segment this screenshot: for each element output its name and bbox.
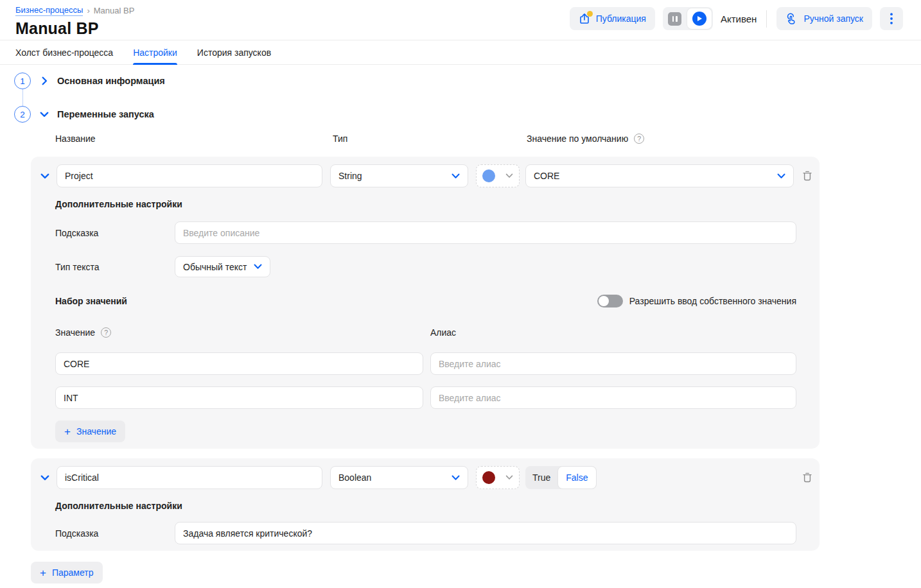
- alias-column-header: Алиас: [430, 327, 456, 338]
- collapse-chevron-icon[interactable]: [37, 171, 53, 180]
- param-type-value: String: [338, 171, 362, 181]
- pause-option[interactable]: [663, 12, 687, 26]
- step-2-title[interactable]: Переменные запуска: [57, 109, 154, 119]
- help-icon[interactable]: ?: [634, 134, 644, 144]
- param-type-select[interactable]: Boolean: [330, 466, 468, 489]
- manual-run-button-label: Ручной запуск: [803, 13, 863, 24]
- param-color-select[interactable]: [476, 164, 520, 187]
- text-type-select[interactable]: Обычный текст: [175, 256, 270, 277]
- param-name-input[interactable]: [57, 466, 322, 489]
- value-input[interactable]: [55, 386, 423, 409]
- kebab-menu-icon: [890, 13, 893, 24]
- hint-field-row: Подсказка: [55, 221, 796, 244]
- param-row: String CORE: [31, 157, 820, 187]
- tab-history[interactable]: История запусков: [197, 40, 271, 64]
- status-label: Активен: [721, 13, 757, 24]
- color-swatch: [482, 169, 495, 182]
- step-connector-line: [22, 89, 24, 106]
- text-type-value: Обычный текст: [183, 262, 247, 272]
- param-card-iscritical: Boolean True False Доп: [31, 458, 820, 551]
- chevron-right-icon[interactable]: [40, 76, 49, 85]
- chevron-down-icon: [452, 173, 460, 179]
- step-1-title[interactable]: Основная информация: [57, 76, 165, 86]
- collapse-chevron-icon[interactable]: [37, 473, 53, 482]
- breadcrumb-root-link[interactable]: Бизнес-процессы: [15, 5, 83, 16]
- help-icon[interactable]: ?: [101, 327, 111, 338]
- alias-input[interactable]: [430, 386, 796, 409]
- header-left: Бизнес-процессы › Manual BP Manual BP: [15, 5, 134, 38]
- chevron-down-icon: [505, 173, 513, 178]
- breadcrumb-separator-icon: ›: [87, 6, 89, 15]
- publish-button[interactable]: Публикация: [570, 7, 655, 30]
- param-default-select[interactable]: CORE: [525, 164, 794, 187]
- value-row: [55, 386, 796, 409]
- values-grid-headers: Значение ? Алиас: [55, 327, 796, 338]
- hint-field-row: Подсказка: [55, 522, 796, 544]
- text-type-label: Тип текста: [55, 262, 175, 272]
- chevron-down-icon[interactable]: [40, 110, 49, 119]
- play-option[interactable]: [687, 8, 712, 29]
- bool-false-option[interactable]: False: [557, 466, 596, 489]
- publish-icon: [579, 13, 590, 24]
- param-color-select[interactable]: [476, 466, 520, 489]
- param-card-body: Дополнительные настройки Подсказка: [55, 501, 796, 544]
- step-basic-info: 1 Основная информация: [14, 73, 906, 89]
- page-header: Бизнес-процессы › Manual BP Manual BP Пу…: [0, 0, 921, 40]
- column-type-label: Тип: [333, 134, 527, 144]
- add-value-button[interactable]: + Значение: [55, 420, 125, 442]
- hand-click-icon: [785, 13, 798, 25]
- settings-content: 1 Основная информация 2 Переменные запус…: [0, 65, 921, 584]
- allow-custom-label: Разрешить ввод собственного значения: [629, 296, 796, 306]
- step-run-variables: 2 Переменные запуска: [14, 106, 906, 123]
- param-type-select[interactable]: String: [330, 164, 468, 187]
- param-default-value: CORE: [534, 171, 559, 181]
- add-parameter-button-label: Параметр: [52, 567, 94, 578]
- tab-canvas[interactable]: Холст бизнес-процесса: [15, 40, 113, 64]
- header-divider: [766, 10, 767, 28]
- values-set-title: Набор значений: [55, 296, 127, 306]
- trash-icon[interactable]: [802, 170, 813, 182]
- value-row: [55, 352, 796, 375]
- manual-run-button[interactable]: Ручной запуск: [776, 7, 872, 30]
- play-icon: [692, 12, 706, 26]
- step-1-number: 1: [14, 73, 31, 89]
- hint-input[interactable]: [175, 221, 796, 244]
- tab-settings[interactable]: Настройки: [133, 40, 177, 64]
- column-default-label: Значение по умолчанию ?: [527, 134, 644, 144]
- breadcrumb-current: Manual BP: [94, 6, 135, 15]
- param-name-input[interactable]: [57, 164, 322, 187]
- bool-true-option[interactable]: True: [525, 472, 557, 483]
- add-value-button-label: Значение: [76, 426, 116, 437]
- trash-icon[interactable]: [802, 472, 813, 483]
- status-toggle: [663, 7, 713, 30]
- hint-label: Подсказка: [55, 228, 175, 238]
- param-card-body: Дополнительные настройки Подсказка Тип т…: [55, 199, 796, 442]
- alias-input[interactable]: [430, 352, 796, 375]
- publish-button-label: Публикация: [596, 13, 646, 24]
- param-column-headers: Название Тип Значение по умолчанию ?: [55, 134, 906, 144]
- value-column-text: Значение: [55, 327, 95, 338]
- param-type-value: Boolean: [338, 472, 371, 483]
- header-actions: Публикация Активен Ручной запуск: [570, 5, 903, 30]
- hint-label: Подсказка: [55, 528, 175, 539]
- column-name-label: Название: [55, 134, 333, 144]
- extra-settings-title: Дополнительные настройки: [55, 199, 796, 209]
- publish-badge-dot: [587, 11, 593, 17]
- chevron-down-icon: [505, 475, 513, 480]
- allow-custom-toggle[interactable]: [597, 295, 623, 307]
- tab-bar: Холст бизнес-процесса Настройки История …: [0, 40, 921, 65]
- chevron-down-icon: [254, 264, 262, 270]
- step-2-number: 2: [14, 106, 31, 123]
- page-title: Manual BP: [15, 19, 134, 38]
- plus-icon: +: [40, 567, 46, 578]
- text-type-field-row: Тип текста Обычный текст: [55, 256, 796, 277]
- column-default-text: Значение по умолчанию: [527, 134, 628, 144]
- param-row: Boolean True False: [31, 458, 820, 489]
- add-parameter-button[interactable]: + Параметр: [31, 562, 103, 584]
- breadcrumb: Бизнес-процессы › Manual BP: [15, 5, 134, 16]
- value-input[interactable]: [55, 352, 423, 375]
- hint-input[interactable]: [175, 522, 796, 544]
- more-menu-button[interactable]: [880, 7, 903, 30]
- bool-default-switch: True False: [525, 466, 597, 489]
- chevron-down-icon: [777, 173, 785, 179]
